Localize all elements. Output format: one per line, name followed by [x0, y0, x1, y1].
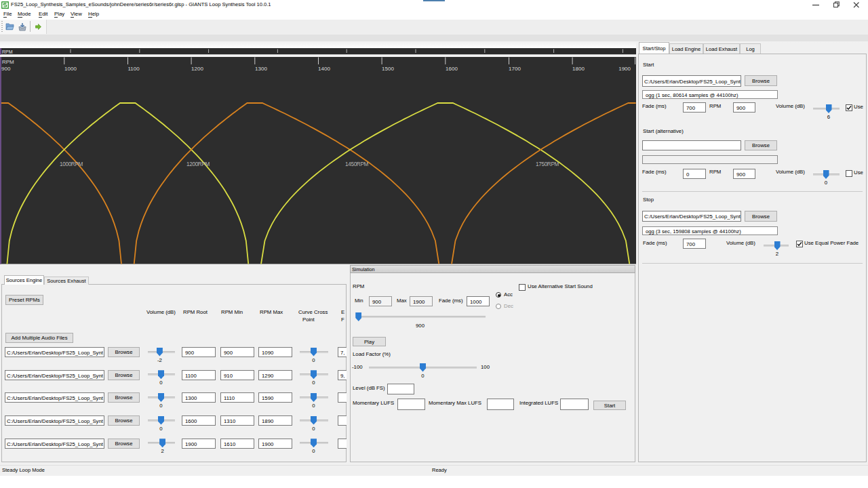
svg-text:1900: 1900: [618, 66, 631, 72]
svg-text:1000RPM: 1000RPM: [60, 161, 83, 167]
svg-text:900: 900: [1, 66, 11, 72]
svg-text:1700: 1700: [509, 66, 521, 72]
svg-text:1400: 1400: [318, 66, 330, 72]
svg-text:RPM: RPM: [2, 49, 13, 54]
svg-text:1100: 1100: [127, 66, 140, 72]
svg-text:1200RPM: 1200RPM: [186, 161, 210, 167]
svg-text:1600: 1600: [446, 66, 458, 72]
svg-text:1750RPM: 1750RPM: [536, 161, 559, 167]
svg-text:RPM: RPM: [2, 59, 14, 65]
svg-text:1500: 1500: [382, 66, 394, 72]
svg-text:1450RPM: 1450RPM: [345, 161, 368, 167]
svg-text:1200: 1200: [191, 66, 203, 72]
svg-text:1800: 1800: [572, 66, 585, 72]
svg-text:1300: 1300: [255, 66, 267, 72]
svg-text:1000: 1000: [64, 66, 77, 72]
